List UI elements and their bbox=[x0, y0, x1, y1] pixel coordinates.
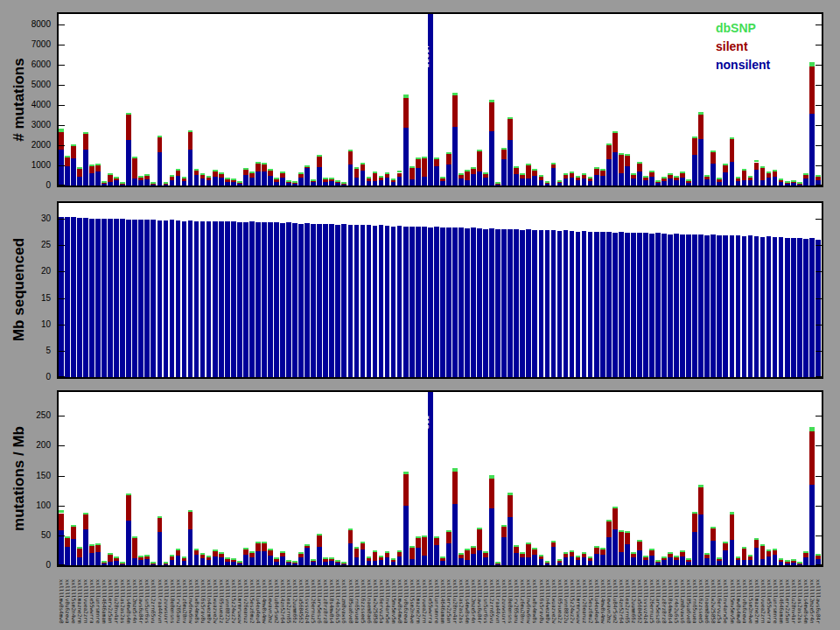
bar-segment bbox=[698, 487, 704, 514]
bar-segment bbox=[268, 171, 273, 176]
bar-segment bbox=[292, 561, 298, 563]
y-tick-label: 6000 bbox=[0, 60, 51, 69]
bar-stack bbox=[704, 392, 710, 565]
bar-segment bbox=[723, 172, 728, 186]
bar-segment bbox=[600, 232, 606, 377]
bar-stack bbox=[643, 14, 648, 186]
bar-segment bbox=[785, 238, 790, 377]
bar-segment bbox=[452, 95, 458, 127]
bar-segment bbox=[508, 140, 513, 186]
bar-stack bbox=[367, 203, 372, 377]
bar-stack bbox=[495, 14, 500, 186]
bar-segment bbox=[686, 558, 691, 560]
bar-segment bbox=[108, 553, 113, 555]
bar-stack bbox=[619, 203, 624, 377]
bar-segment bbox=[551, 542, 556, 547]
bar-segment bbox=[736, 560, 741, 565]
bar-segment bbox=[471, 546, 476, 548]
bar-segment bbox=[391, 227, 396, 377]
bar-segment bbox=[742, 171, 747, 181]
y-tick bbox=[816, 105, 822, 106]
bar-segment bbox=[231, 221, 236, 377]
bar-stack bbox=[606, 14, 612, 186]
y-tick bbox=[59, 245, 65, 246]
y-tick-label: 10 bbox=[0, 320, 51, 329]
bar-stack bbox=[736, 392, 741, 565]
bar-segment bbox=[649, 172, 654, 177]
x-sample-label: xxllllzuvwsuvr bbox=[164, 579, 170, 624]
bar-stack bbox=[483, 392, 488, 565]
bar-segment bbox=[508, 495, 513, 518]
bar-stack bbox=[59, 392, 64, 565]
bar-stack bbox=[446, 392, 452, 565]
bar-stack bbox=[680, 203, 685, 377]
bar-stack bbox=[655, 392, 661, 565]
bar-segment bbox=[440, 181, 445, 186]
bar-segment bbox=[200, 221, 206, 377]
bar-segment bbox=[280, 223, 285, 377]
x-sample-label: xxllll4mw8s4mw bbox=[262, 579, 268, 624]
x-sample-label: xxllllarw5esz6 bbox=[655, 579, 662, 624]
bar-stack bbox=[576, 203, 581, 377]
bar-segment bbox=[483, 553, 488, 557]
bar-segment bbox=[446, 228, 452, 377]
bar-segment bbox=[643, 233, 648, 377]
bar-segment bbox=[674, 560, 679, 565]
bar-segment bbox=[495, 229, 500, 377]
bar-segment bbox=[570, 172, 575, 173]
bar-segment bbox=[397, 173, 402, 178]
bar-segment bbox=[150, 182, 156, 184]
bar-segment bbox=[194, 169, 200, 171]
bar-stack bbox=[304, 14, 310, 186]
bar-segment bbox=[600, 171, 606, 176]
bar-segment bbox=[655, 563, 661, 565]
bar-segment bbox=[612, 133, 618, 152]
bar-stack bbox=[150, 392, 156, 565]
bar-segment bbox=[225, 178, 230, 179]
bar-segment bbox=[643, 178, 648, 180]
bar-segment bbox=[391, 180, 396, 182]
bar-segment bbox=[219, 178, 224, 186]
bar-stack bbox=[268, 392, 273, 565]
y-tick bbox=[59, 125, 65, 126]
bar-stack bbox=[785, 392, 790, 565]
bar-stack bbox=[274, 203, 279, 377]
bar-segment bbox=[385, 178, 390, 186]
bar-segment bbox=[748, 180, 753, 186]
bar-stack bbox=[237, 14, 242, 186]
bar-segment bbox=[150, 220, 156, 377]
bar-stack bbox=[323, 14, 328, 186]
bar-segment bbox=[158, 137, 163, 152]
bar-stack bbox=[570, 203, 575, 377]
bar-segment bbox=[262, 172, 267, 186]
bar-stack bbox=[440, 203, 445, 377]
bar-segment bbox=[797, 184, 802, 185]
bar-segment bbox=[132, 536, 137, 538]
bar-segment bbox=[434, 545, 439, 565]
x-sample-label: xxllllvuea2zrn bbox=[422, 579, 428, 624]
bar-segment bbox=[213, 550, 218, 551]
bar-segment bbox=[114, 178, 119, 180]
bar-stack bbox=[367, 392, 372, 565]
x-sample-label: xxllllrn65vuea bbox=[692, 579, 698, 624]
bar-segment bbox=[471, 228, 476, 377]
bar-segment bbox=[158, 136, 163, 137]
bar-stack bbox=[692, 14, 697, 186]
x-sample-label: xxllll5sm2n4we bbox=[71, 579, 77, 624]
bar-stack bbox=[766, 203, 772, 377]
bar-segment bbox=[329, 181, 334, 186]
x-sample-label: xxllll4646amam bbox=[779, 579, 785, 624]
bar-segment bbox=[188, 220, 193, 377]
bar-segment bbox=[520, 554, 525, 557]
bar-segment bbox=[311, 224, 316, 377]
bar-segment bbox=[576, 176, 581, 178]
bar-segment bbox=[526, 544, 531, 558]
bar-segment bbox=[710, 528, 716, 541]
bar-segment bbox=[557, 231, 563, 377]
bar-segment bbox=[194, 550, 200, 556]
bar-segment bbox=[120, 564, 125, 564]
bar-segment bbox=[367, 558, 372, 561]
bar-segment bbox=[625, 531, 630, 533]
y-tick bbox=[816, 165, 822, 166]
bar-stack bbox=[397, 392, 402, 565]
